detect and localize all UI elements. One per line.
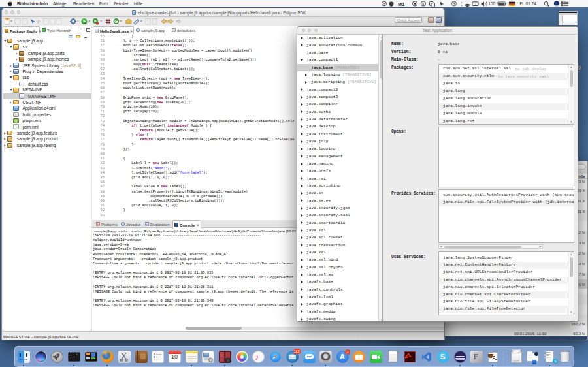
svg-text:G: G [114,19,118,24]
svg-text:Fr. 01:24: Fr. 01:24 [520,1,537,6]
svg-text:P: P [37,19,41,25]
svg-text:a: a [422,2,425,6]
svg-text:M1: M1 [398,1,404,7]
